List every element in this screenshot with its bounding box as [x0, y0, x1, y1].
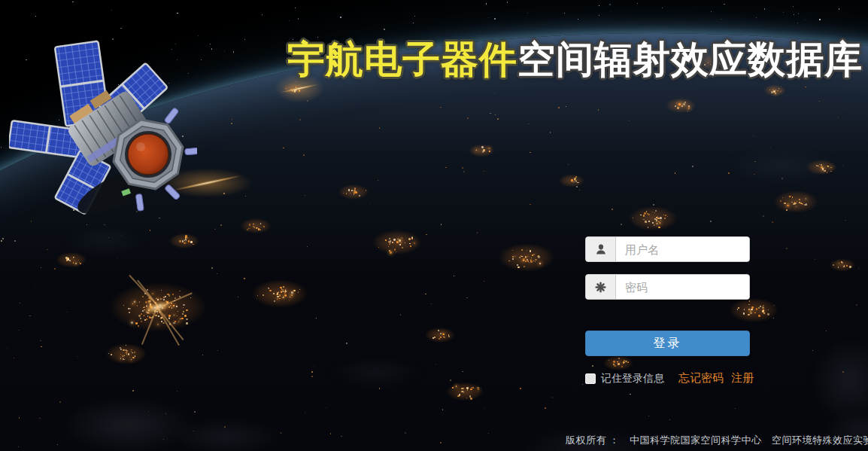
- city-dot: [393, 239, 396, 241]
- city-dot: [142, 296, 144, 297]
- city-dot: [466, 387, 469, 389]
- city-dot: [153, 313, 153, 314]
- city-dot: [163, 439, 164, 440]
- city-dot: [478, 389, 479, 390]
- city-dot: [573, 181, 574, 182]
- city-dot: [217, 350, 218, 351]
- city-dot: [132, 303, 133, 304]
- city-dot: [463, 392, 464, 392]
- city-dot: [354, 194, 354, 194]
- city-dot: [648, 214, 650, 215]
- city-dot: [66, 260, 68, 261]
- city-dot: [411, 237, 414, 239]
- city-dot: [490, 113, 491, 114]
- star-dot: [177, 13, 178, 14]
- city-dot: [763, 309, 764, 311]
- city-dot: [168, 306, 170, 308]
- city-dot: [238, 297, 238, 297]
- city-dot: [183, 311, 184, 312]
- city-dot: [512, 250, 513, 251]
- city-dot: [463, 391, 464, 392]
- city-dot: [282, 289, 284, 291]
- city-dot: [165, 315, 166, 316]
- city-dot: [794, 203, 795, 204]
- city-dot: [276, 294, 278, 295]
- city-dot: [654, 218, 656, 220]
- city-dot: [282, 291, 284, 293]
- register-link[interactable]: 注册: [731, 371, 754, 384]
- city-dot: [821, 164, 822, 166]
- city-dot: [292, 90, 293, 91]
- star-dot: [839, 8, 839, 9]
- star-dot: [637, 3, 638, 4]
- city-dot: [399, 239, 401, 242]
- city-dot: [402, 237, 402, 238]
- city-dot: [749, 300, 751, 302]
- city-dot: [133, 357, 135, 358]
- city-dot: [174, 300, 175, 301]
- city-dot: [223, 193, 225, 194]
- city-dot: [830, 167, 832, 169]
- city-dot: [121, 235, 122, 236]
- city-dot: [389, 242, 390, 242]
- city-dot: [775, 90, 776, 90]
- city-dot: [126, 345, 126, 346]
- city-streak: [158, 292, 193, 308]
- star-dot: [413, 23, 414, 23]
- city-dot: [184, 239, 185, 240]
- city-dot: [652, 222, 654, 224]
- city-dot: [154, 310, 156, 312]
- city-dot: [150, 317, 153, 319]
- forgot-password-link[interactable]: 忘记密码: [678, 371, 724, 384]
- city-dot: [232, 119, 232, 120]
- city-dot: [771, 91, 773, 93]
- city-dot: [535, 261, 536, 262]
- city-dot: [138, 315, 141, 317]
- city-dot: [769, 90, 770, 90]
- city-dot: [154, 307, 156, 309]
- login-button[interactable]: 登录: [585, 331, 750, 356]
- city-dot: [366, 190, 367, 191]
- cluster-glow: [555, 172, 589, 189]
- city-dot: [269, 290, 271, 291]
- city-dot: [351, 190, 353, 191]
- city-dot: [624, 360, 625, 361]
- city-dot: [330, 433, 331, 434]
- star-dot: [233, 51, 235, 53]
- city-dot: [582, 384, 583, 385]
- city-dot: [390, 251, 392, 254]
- city-dot: [753, 136, 754, 136]
- city-dot: [186, 318, 188, 321]
- password-input[interactable]: [616, 275, 749, 299]
- city-dot: [281, 291, 283, 293]
- star-dot: [211, 48, 213, 50]
- city-dot: [794, 203, 796, 205]
- city-dot: [614, 365, 615, 367]
- city-dot: [263, 294, 264, 296]
- city-dot: [756, 308, 757, 309]
- city-dot: [168, 295, 170, 297]
- city-dot: [488, 433, 489, 434]
- city-dot: [126, 349, 127, 351]
- remember-checkbox[interactable]: [585, 373, 596, 384]
- city-dot: [520, 388, 521, 389]
- city-dot: [669, 419, 670, 420]
- city-dot: [128, 308, 129, 309]
- city-dot: [494, 93, 495, 93]
- city-dot: [598, 109, 599, 110]
- city-dot: [131, 321, 133, 324]
- city-dot: [656, 221, 657, 221]
- city-dot: [780, 91, 781, 92]
- star-dot: [783, 12, 784, 13]
- city-dot: [41, 267, 41, 268]
- city-dot: [167, 294, 168, 295]
- city-dot: [524, 260, 524, 261]
- city-dot: [660, 222, 661, 224]
- username-input[interactable]: [616, 237, 749, 261]
- city-dot: [177, 315, 178, 316]
- city-dot: [539, 263, 540, 264]
- city-dot: [827, 166, 827, 166]
- city-dot: [533, 254, 535, 255]
- city-dot: [767, 313, 769, 315]
- city-dot: [19, 330, 20, 331]
